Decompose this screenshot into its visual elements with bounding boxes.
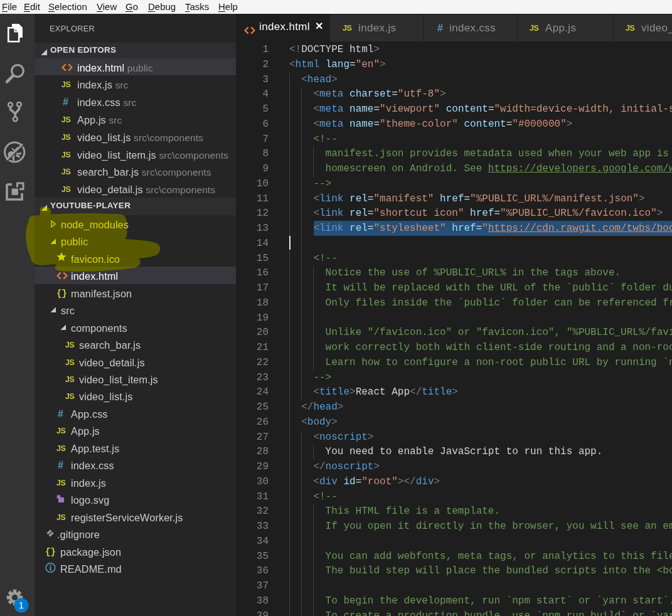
svg-text:1: 1 (19, 600, 24, 610)
